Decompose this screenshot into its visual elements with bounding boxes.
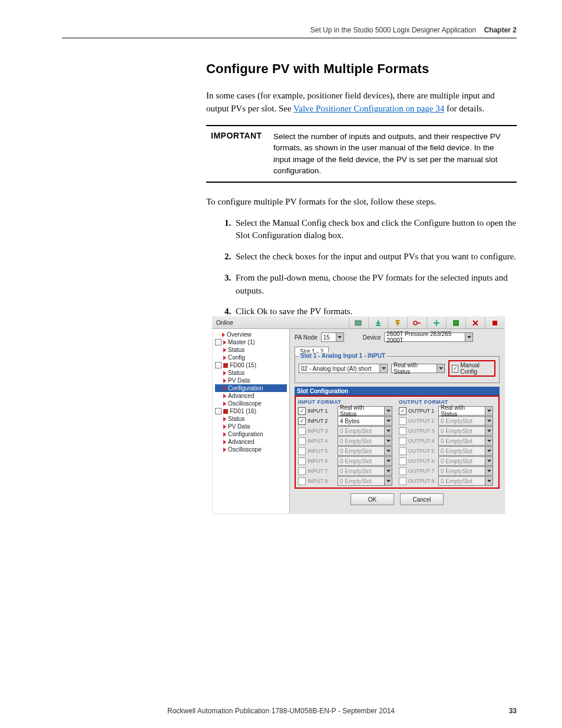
input-label: INPUT 1 <box>308 408 336 414</box>
output-format-select: 0 EmptySlot <box>438 426 493 436</box>
output-checkbox <box>399 427 406 435</box>
chevron-down-icon <box>336 332 344 342</box>
output-format-select: 0 EmptySlot <box>438 446 493 456</box>
chevron-down-icon <box>485 426 493 436</box>
triangle-icon <box>223 417 226 421</box>
upload-icon[interactable] <box>388 317 407 328</box>
slot-config-title: Slot Configuration <box>295 387 500 396</box>
svg-point-3 <box>414 321 417 325</box>
close-icon[interactable] <box>465 317 485 328</box>
output-format-select: 0 EmptySlot <box>438 436 493 446</box>
chevron-down-icon <box>485 466 493 476</box>
cancel-button[interactable]: Cancel <box>400 493 444 505</box>
svg-rect-5 <box>453 320 459 326</box>
triangle-icon <box>223 355 226 360</box>
chevron-down-icon <box>485 456 493 466</box>
output-checkbox <box>399 437 406 445</box>
manual-config-checkbox[interactable]: ✓ <box>452 365 458 373</box>
output-format-col: OUTPUT FORMAT ✓OUTPUT 1Real with StatusO… <box>399 399 497 486</box>
output-checkbox[interactable]: ✓ <box>399 407 406 415</box>
chevron-down-icon <box>485 446 493 456</box>
input-checkbox <box>298 477 306 485</box>
triangle-icon <box>223 401 226 406</box>
input-checkbox <box>298 457 306 465</box>
toolbar-icon-1[interactable] <box>349 317 368 328</box>
output-label: OUTPUT 2 <box>408 418 437 424</box>
output-format-select[interactable]: Real with Status <box>438 406 493 416</box>
input-format-col: INPUT FORMAT ✓INPUT 1Real with Status✓IN… <box>298 399 396 486</box>
input-row: ✓INPUT 24 Bytes <box>298 416 396 426</box>
important-label: IMPORTANT <box>206 126 269 182</box>
stop-icon[interactable] <box>485 317 504 328</box>
output-label: OUTPUT 6 <box>408 458 437 464</box>
output-label: OUTPUT 8 <box>408 478 437 484</box>
slot-format-select[interactable]: Real with Status <box>391 364 445 373</box>
output-format-select: 0 EmptySlot <box>438 416 493 426</box>
output-checkbox <box>399 417 406 425</box>
step-1: Select the Manual Config check box and c… <box>233 217 517 243</box>
valve-positioner-link[interactable]: Valve Positioner Configuration on page 3… <box>293 104 444 113</box>
input-format-select[interactable]: 4 Bytes <box>338 416 392 426</box>
dialog-screenshot: Online Overview -Master (1) Status Confi… <box>212 317 505 514</box>
input-format-select: 0 EmptySlot <box>338 426 392 436</box>
manual-config-box: ✓ Manual Config <box>448 360 495 377</box>
output-label: OUTPUT 4 <box>408 438 437 444</box>
chevron-down-icon <box>465 332 473 342</box>
triangle-icon <box>223 378 226 383</box>
slot-configuration: Slot Configuration INPUT FORMAT ✓INPUT 1… <box>295 387 500 489</box>
output-checkbox <box>399 457 406 465</box>
output-label: OUTPUT 1 <box>408 408 437 414</box>
publication-id: Rockwell Automation Publication 1788-UM0… <box>167 707 395 715</box>
toolbar: Online <box>213 317 504 329</box>
output-row: OUTPUT 30 EmptySlot <box>399 426 497 436</box>
triangle-icon <box>223 394 226 398</box>
add-icon[interactable] <box>427 317 446 328</box>
triangle-icon <box>223 340 226 345</box>
input-format-select: 0 EmptySlot <box>338 436 392 446</box>
header-rule <box>62 38 517 38</box>
square-icon <box>223 363 228 368</box>
input-label: INPUT 3 <box>308 428 336 434</box>
output-row: ✓OUTPUT 1Real with Status <box>399 406 497 416</box>
page-footer: Rockwell Automation Publication 1788-UM0… <box>0 707 562 715</box>
steps-list: Select the Manual Config check box and c… <box>206 217 517 319</box>
input-label: INPUT 4 <box>308 438 336 444</box>
toolbar-icon-6[interactable] <box>446 317 465 328</box>
input-checkbox <box>298 437 306 445</box>
pa-node-select[interactable]: 15 <box>321 332 344 342</box>
output-format-select: 0 EmptySlot <box>438 456 493 466</box>
input-checkbox[interactable]: ✓ <box>298 407 306 415</box>
input-format-select: 0 EmptySlot <box>338 446 392 456</box>
input-row: INPUT 50 EmptySlot <box>298 446 396 456</box>
slot-type-select[interactable]: 02 - Analog Input (AI) short <box>299 364 388 373</box>
output-row: OUTPUT 50 EmptySlot <box>399 446 497 456</box>
output-label: OUTPUT 3 <box>408 428 437 434</box>
output-row: OUTPUT 60 EmptySlot <box>399 456 497 466</box>
ok-button[interactable]: OK <box>351 493 394 505</box>
svg-rect-2 <box>395 320 400 321</box>
input-format-select[interactable]: Real with Status <box>338 406 392 416</box>
output-row: OUTPUT 20 EmptySlot <box>399 416 497 426</box>
online-label: Online <box>213 319 237 326</box>
pa-node-label: PA Node <box>295 334 318 341</box>
lead-paragraph: To configure multiple PV formats for the… <box>206 196 517 209</box>
download-icon[interactable] <box>368 317 388 328</box>
device-select[interactable]: 2600T Pressure 263/265 2000T <box>384 332 473 342</box>
disconnect-icon[interactable] <box>407 317 427 328</box>
svg-rect-1 <box>376 325 381 326</box>
triangle-icon <box>223 424 226 429</box>
input-row: ✓INPUT 1Real with Status <box>298 406 396 416</box>
output-checkbox <box>399 477 406 485</box>
device-tree[interactable]: Overview -Master (1) Status Config -FD00… <box>213 329 290 513</box>
chevron-down-icon <box>385 416 392 426</box>
chevron-down-icon <box>485 406 493 416</box>
input-format-select: 0 EmptySlot <box>338 476 392 486</box>
input-label: INPUT 8 <box>308 478 336 484</box>
triangle-icon <box>222 332 225 337</box>
config-panel: PA Node 15 Device 2600T Pressure 263/265… <box>290 329 504 513</box>
output-row: OUTPUT 80 EmptySlot <box>399 476 497 486</box>
input-checkbox[interactable]: ✓ <box>298 417 306 425</box>
output-label: OUTPUT 5 <box>408 448 437 454</box>
output-label: OUTPUT 7 <box>408 468 437 474</box>
slot-group: Slot 1 - Analog Input 1 - INPUT 02 - Ana… <box>295 356 500 383</box>
